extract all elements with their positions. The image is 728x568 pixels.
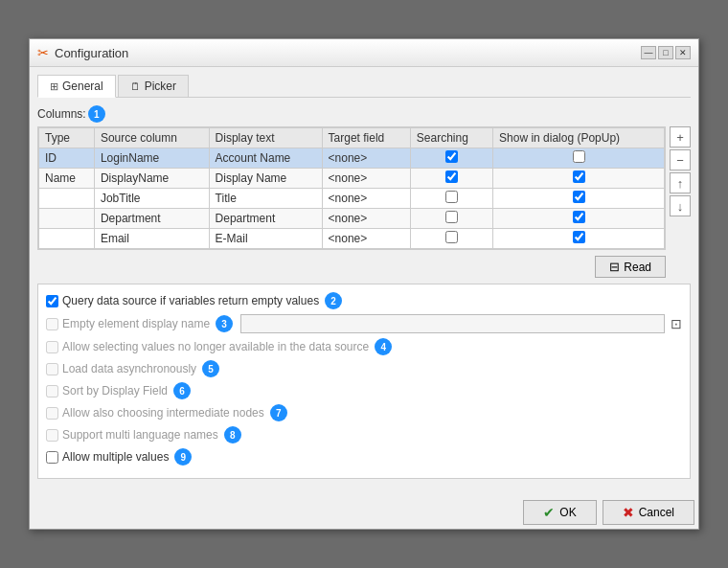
searching-checkbox-1[interactable] (445, 170, 458, 183)
cell-searching[interactable] (410, 189, 492, 209)
option-8-label: Allow multiple values (62, 450, 169, 464)
cell-display: Title (209, 189, 322, 209)
ok-button[interactable]: ✔ OK (523, 500, 596, 525)
option-5-checkbox[interactable] (46, 385, 58, 398)
badge-7: 7 (270, 404, 287, 421)
columns-table-container: Type Source column Display text Target f… (37, 126, 666, 250)
searching-checkbox-0[interactable] (445, 150, 458, 163)
cancel-icon: ✖ (623, 505, 634, 520)
option-row-4: Load data asynchronously 5 (46, 360, 682, 377)
read-area: ⊟ Read (37, 256, 666, 278)
table-row[interactable]: EmailE-Mail<none> (39, 229, 665, 249)
cell-show-dialog[interactable] (493, 229, 665, 249)
cell-show-dialog[interactable] (493, 189, 665, 209)
option-6-checkbox[interactable] (46, 407, 58, 420)
cancel-label: Cancel (639, 506, 674, 519)
option-3-label: Allow selecting values no longer availab… (62, 340, 369, 353)
columns-label: Columns: (37, 107, 86, 121)
close-button[interactable]: ✕ (675, 46, 691, 59)
columns-table: Type Source column Display text Target f… (38, 127, 665, 249)
show-dialog-checkbox-4[interactable] (573, 231, 585, 243)
options-section: Query data source if variables return em… (37, 284, 691, 479)
minimize-button[interactable]: — (641, 46, 656, 59)
option-4-checkbox[interactable] (46, 363, 58, 375)
table-row[interactable]: DepartmentDepartment<none> (39, 209, 665, 229)
ok-label: OK (559, 506, 576, 519)
tab-bar: ⊞ General 🗒 Picker (37, 75, 691, 98)
window-body: ⊞ General 🗒 Picker Columns: 1 Type Sourc… (30, 67, 698, 494)
move-down-button[interactable]: ↓ (670, 195, 691, 216)
option-row-7: Support multi language names 8 (46, 426, 682, 443)
col-header-target: Target field (322, 128, 410, 148)
empty-element-input[interactable] (240, 314, 665, 333)
searching-checkbox-3[interactable] (445, 211, 458, 223)
ok-icon: ✔ (543, 505, 555, 520)
option-7-label: Support multi language names (62, 428, 218, 442)
option-row-8: Allow multiple values 9 (46, 448, 682, 466)
cell-source: JobTitle (94, 189, 209, 209)
option-8-checkbox[interactable] (46, 451, 58, 464)
cell-show-dialog[interactable] (493, 209, 665, 229)
cell-target: <none> (322, 169, 410, 189)
general-tab-icon: ⊞ (50, 80, 58, 93)
cell-type (39, 209, 95, 229)
cell-type (39, 189, 95, 209)
cell-show-dialog[interactable] (493, 148, 665, 169)
cell-target: <none> (322, 189, 410, 209)
col-header-searching: Searching (410, 128, 492, 148)
maximize-button[interactable]: □ (658, 46, 673, 59)
picker-tab-icon: 🗒 (130, 80, 141, 92)
searching-checkbox-4[interactable] (445, 231, 458, 243)
cancel-button[interactable]: ✖ Cancel (603, 500, 694, 525)
dialog-footer: ✔ OK ✖ Cancel (30, 494, 698, 529)
remove-row-button[interactable]: − (670, 149, 691, 170)
read-button-label: Read (624, 261, 651, 274)
cell-searching[interactable] (410, 169, 492, 189)
input-icon: ⊡ (671, 316, 682, 331)
cell-display: E-Mail (209, 229, 322, 249)
option-4-label: Load data asynchronously (62, 362, 196, 375)
table-row[interactable]: NameDisplayNameDisplay Name<none> (39, 169, 665, 189)
option-row-1: Query data source if variables return em… (46, 292, 682, 309)
cell-display: Department (209, 209, 322, 229)
col-header-show-dialog: Show in dialog (PopUp) (493, 128, 665, 148)
option-row-5: Sort by Display Field 6 (46, 382, 682, 399)
cell-target: <none> (322, 148, 410, 169)
table-row[interactable]: JobTitleTitle<none> (39, 189, 665, 209)
option-7-checkbox[interactable] (46, 429, 58, 442)
col-header-display: Display text (209, 128, 322, 148)
cell-searching[interactable] (410, 209, 492, 229)
table-row[interactable]: IDLoginNameAccount Name<none> (39, 148, 665, 169)
cell-display: Account Name (209, 148, 322, 169)
read-button[interactable]: ⊟ Read (595, 256, 666, 278)
col-header-source: Source column (94, 128, 209, 148)
badge-6: 6 (173, 382, 191, 399)
option-1-checkbox[interactable] (46, 295, 58, 307)
badge-2: 2 (325, 292, 342, 309)
move-up-button[interactable]: ↑ (670, 172, 691, 193)
badge-1: 1 (88, 105, 105, 123)
cell-source: LoginName (94, 148, 209, 169)
show-dialog-checkbox-3[interactable] (573, 211, 585, 223)
cell-searching[interactable] (410, 148, 492, 169)
cell-searching[interactable] (410, 229, 492, 249)
badge-9: 9 (174, 448, 192, 466)
add-row-button[interactable]: + (670, 126, 691, 148)
cell-show-dialog[interactable] (493, 169, 665, 189)
badge-8: 8 (224, 426, 241, 443)
show-dialog-checkbox-1[interactable] (573, 170, 585, 183)
option-3-checkbox[interactable] (46, 341, 58, 353)
cell-source: DisplayName (94, 169, 209, 189)
option-2-checkbox[interactable] (46, 318, 58, 330)
option-row-6: Allow also choosing intermediate nodes 7 (46, 404, 682, 421)
tab-general[interactable]: ⊞ General (37, 75, 116, 98)
table-side-buttons: + − ↑ ↓ (670, 126, 691, 256)
table-wrapper: Type Source column Display text Target f… (37, 126, 691, 256)
cell-display: Display Name (209, 169, 322, 189)
show-dialog-checkbox-2[interactable] (573, 191, 585, 203)
read-icon: ⊟ (609, 260, 620, 274)
cell-source: Email (94, 229, 209, 249)
show-dialog-checkbox-0[interactable] (573, 150, 585, 163)
tab-picker[interactable]: 🗒 Picker (118, 75, 189, 97)
searching-checkbox-2[interactable] (445, 191, 458, 203)
